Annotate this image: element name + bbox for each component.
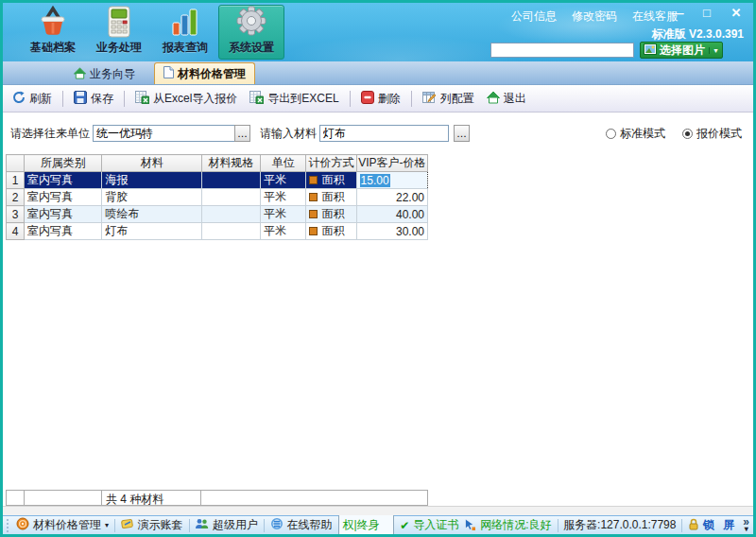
tab-material-price[interactable]: 材料价格管理	[154, 62, 255, 84]
grip-handle[interactable]	[5, 519, 10, 532]
column-header[interactable]: 材料	[102, 155, 201, 172]
horizontal-scrollbar[interactable]	[3, 506, 753, 515]
status-help[interactable]: 在线帮助	[270, 517, 333, 533]
radio-selected-icon	[682, 129, 693, 139]
import-cert-button[interactable]: ✔ 导入证书	[400, 517, 458, 533]
grid-cell[interactable]: 室内写真	[25, 206, 102, 223]
picture-icon	[644, 43, 657, 58]
grid-cell[interactable]: 平米	[261, 223, 306, 240]
delete-button[interactable]: 删除	[357, 89, 404, 109]
grid-cell[interactable]: 面积	[306, 223, 356, 240]
material-picker-button[interactable]: …	[454, 125, 470, 142]
grid-cell[interactable]: 30.00	[356, 223, 427, 240]
grid-cell[interactable]: 平米	[261, 206, 306, 223]
users-icon	[195, 518, 209, 532]
vendor-picker-button[interactable]: …	[234, 125, 250, 142]
nav-item-label: 系统设置	[229, 40, 274, 56]
chevron-down-icon: ▾	[105, 521, 109, 529]
grid-cell[interactable]: 喷绘布	[102, 206, 201, 223]
grid-cell[interactable]: 面积	[306, 206, 356, 223]
vendor-input[interactable]	[93, 125, 234, 142]
main-nav: 基础档案 业务处理	[20, 5, 284, 60]
column-header[interactable]: 计价方式	[306, 155, 356, 172]
status-user[interactable]: 超级用户	[195, 517, 258, 533]
status-module-menu[interactable]: 材料价格管理 ▾	[16, 517, 109, 533]
choose-image-button[interactable]: 选择图片 ▼	[640, 42, 723, 59]
refresh-button[interactable]: 刷新	[9, 89, 56, 109]
price-edit-cell[interactable]: 15.00	[356, 172, 427, 189]
tab-business-wizard[interactable]: 业务向导	[65, 64, 144, 84]
document-icon	[163, 66, 174, 81]
column-header[interactable]	[7, 155, 25, 172]
grid-cell[interactable]: 海报	[102, 172, 201, 189]
nav-item-base-archive[interactable]: 基础档案	[20, 5, 86, 60]
table-row[interactable]: 2室内写真背胶平米面积22.00	[7, 189, 428, 206]
grid-cell[interactable]: 4	[7, 223, 25, 240]
chevron-down-icon[interactable]: ▼	[709, 47, 719, 54]
app-window: 基础档案 业务处理	[0, 0, 756, 537]
image-path-input[interactable]	[490, 43, 634, 58]
grid-cell[interactable]: 室内写真	[25, 223, 102, 240]
grid-cell[interactable]	[201, 206, 260, 223]
radio-label: 报价模式	[696, 126, 742, 142]
grid-cell[interactable]: 1	[7, 172, 25, 189]
grid-cell[interactable]	[201, 172, 260, 189]
company-info-link[interactable]: 公司信息	[511, 9, 557, 25]
status-overflow-button[interactable]: » ▾	[743, 518, 749, 533]
grid-cell[interactable]: 平米	[261, 172, 306, 189]
toolbar-label: 保存	[91, 91, 113, 107]
close-button[interactable]: ✕	[729, 6, 744, 20]
table-row[interactable]: 3室内写真喷绘布平米面积40.00	[7, 206, 428, 223]
grid-cell[interactable]: 面积	[306, 189, 356, 206]
column-header[interactable]: 单位	[261, 155, 306, 172]
nav-item-settings[interactable]: 系统设置	[218, 5, 284, 60]
grid-cell[interactable]: 室内写真	[25, 172, 102, 189]
grid-cell[interactable]	[201, 189, 260, 206]
save-button[interactable]: 保存	[70, 89, 117, 109]
export-excel-button[interactable]: 导出到EXCEL	[246, 89, 342, 109]
exit-button[interactable]: 退出	[483, 89, 530, 109]
nav-item-business[interactable]: 业务处理	[86, 5, 152, 60]
status-network[interactable]: 网络情况:良好	[464, 517, 551, 533]
change-password-link[interactable]: 修改密码	[572, 9, 617, 25]
toolbar-label: 刷新	[29, 91, 52, 107]
status-separator	[681, 519, 682, 532]
grid-cell[interactable]: 面积	[306, 172, 356, 189]
radio-standard-mode[interactable]: 标准模式	[606, 126, 665, 142]
home-icon	[74, 67, 86, 82]
table-row[interactable]: 4室内写真灯布平米面积30.00	[7, 223, 428, 240]
chevron-down-icon: ▾	[745, 526, 748, 533]
table-row[interactable]: 1室内写真海报平米面积15.00	[7, 172, 428, 189]
calculator-icon	[103, 6, 135, 38]
minimize-button[interactable]: —	[670, 6, 685, 20]
column-header[interactable]: 材料规格	[201, 155, 260, 172]
radio-icon	[606, 129, 616, 139]
material-count-label: 共 4 种材料	[102, 490, 201, 506]
toolbar-label: 删除	[378, 91, 401, 107]
grid-cell[interactable]: 22.00	[356, 189, 427, 206]
maximize-button[interactable]: □	[699, 6, 714, 20]
lock-screen-button[interactable]: 锁 屏	[688, 517, 737, 533]
content-area: 请选择往来单位 … 请输入材料 … 标准模式 报价模式 所属类别材料材料规格单位…	[3, 113, 753, 515]
import-excel-button[interactable]: 从Excel导入报价	[131, 89, 241, 109]
area-pricing-swatch-icon	[309, 210, 318, 218]
grid-cell[interactable]: 40.00	[356, 206, 427, 223]
column-header[interactable]: 所属类别	[25, 155, 102, 172]
nav-item-reports[interactable]: 报表查询	[152, 5, 218, 60]
status-account[interactable]: 演示账套	[121, 517, 183, 533]
grid-footer-row: 共 4 种材料	[6, 490, 428, 506]
footer-cell	[6, 490, 25, 506]
grid-cell[interactable]: 背胶	[102, 189, 201, 206]
column-config-button[interactable]: 列配置	[419, 89, 478, 109]
radio-quote-mode[interactable]: 报价模式	[682, 126, 742, 142]
material-input[interactable]	[319, 125, 449, 142]
basket-icon	[37, 6, 69, 38]
status-separator	[114, 519, 115, 532]
grid-cell[interactable]: 室内写真	[25, 189, 102, 206]
grid-cell[interactable]: 2	[7, 189, 25, 206]
grid-cell[interactable]	[201, 223, 260, 240]
column-header[interactable]: VIP客户-价格	[356, 155, 427, 172]
grid-cell[interactable]: 平米	[261, 189, 306, 206]
grid-cell[interactable]: 灯布	[102, 223, 201, 240]
grid-cell[interactable]: 3	[7, 206, 25, 223]
